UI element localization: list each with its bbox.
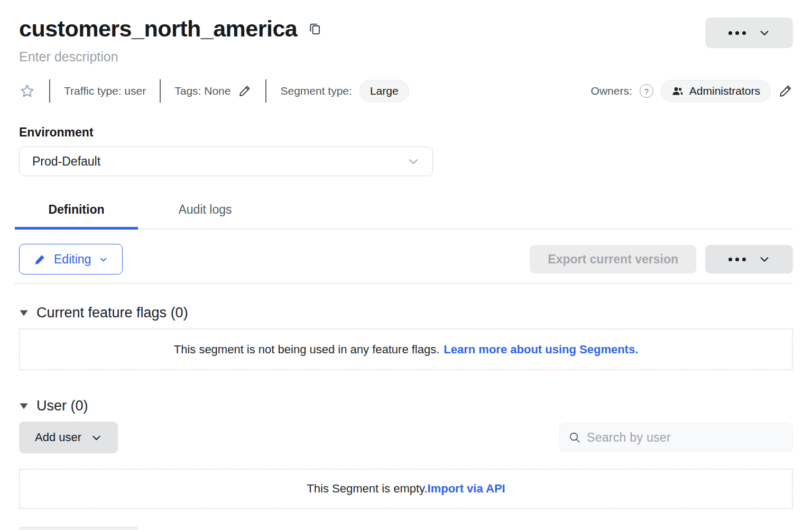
ellipsis-icon (728, 31, 746, 35)
search-by-user-input[interactable] (587, 431, 784, 445)
caret-down-icon (19, 309, 29, 317)
environment-select[interactable]: Prod-Default (19, 147, 433, 176)
edit-tags-pencil-icon[interactable] (238, 84, 252, 98)
user-empty-state: This Segment is empty. Import via API (19, 469, 793, 509)
chevron-down-icon (99, 255, 108, 264)
add-user-label: Add user (35, 431, 81, 444)
divider (15, 283, 793, 284)
caret-down-icon (19, 403, 29, 410)
ellipsis-icon (728, 258, 746, 261)
traffic-type-label: Traffic type: user (64, 85, 146, 97)
edit-owners-pencil-icon[interactable] (778, 84, 793, 98)
pencil-icon (34, 253, 46, 266)
metadata-bar: Traffic type: user Tags: None Segment ty… (19, 79, 793, 103)
feature-flags-section-toggle[interactable]: Current feature flags (0) (19, 305, 793, 321)
export-current-version-button[interactable]: Export current version (530, 245, 696, 273)
user-section-title: User (0) (36, 398, 88, 414)
tab-bar: Definition Audit logs (15, 198, 793, 230)
page-title: customers_north_america (19, 16, 297, 41)
definition-more-menu-button[interactable] (705, 245, 793, 273)
search-icon (568, 431, 581, 444)
page-more-menu-button[interactable] (705, 17, 793, 48)
search-by-user-box (559, 423, 793, 452)
tab-definition[interactable]: Definition (15, 198, 138, 229)
tags-label: Tags: None (174, 85, 230, 97)
segment-type-label: Segment type: (280, 85, 352, 97)
editing-mode-button[interactable]: Editing (19, 244, 123, 275)
owners-label: Owners: (591, 85, 632, 97)
import-via-api-link[interactable]: Import via API (428, 482, 505, 496)
segment-detail-page: customers_north_america Enter descriptio… (0, 0, 812, 530)
environment-label: Environment (19, 125, 793, 140)
people-icon (671, 85, 684, 97)
favorite-star-icon[interactable] (19, 83, 35, 99)
owners-badge: Administrators (661, 80, 771, 102)
divider (160, 79, 161, 103)
copy-name-icon[interactable] (308, 22, 322, 36)
feature-flags-empty-text: This segment is not being used in any fe… (174, 343, 440, 357)
tab-audit-logs[interactable]: Audit logs (138, 198, 272, 229)
definition-toolbar: Editing Export current version (19, 244, 793, 275)
chevron-down-icon (407, 155, 420, 168)
environment-selected-value: Prod-Default (32, 154, 407, 169)
chevron-down-icon (759, 27, 770, 39)
help-question-icon[interactable]: ? (640, 84, 653, 98)
feature-flags-section-title: Current feature flags (0) (36, 305, 188, 321)
owners-value: Administrators (689, 85, 760, 97)
user-empty-text: This Segment is empty. (307, 482, 427, 496)
cut-off-element-below-fold (19, 527, 138, 530)
feature-flags-empty-state: This segment is not being used in any fe… (19, 328, 793, 370)
divider (265, 79, 266, 103)
user-section-toggle[interactable]: User (0) (19, 398, 793, 414)
segment-type-badge: Large (359, 80, 409, 102)
learn-more-segments-link[interactable]: Learn more about using Segments. (444, 343, 638, 357)
add-user-button[interactable]: Add user (19, 422, 118, 453)
chevron-down-icon (759, 253, 770, 265)
editing-label: Editing (54, 252, 91, 267)
divider (49, 79, 50, 103)
chevron-down-icon (91, 432, 102, 443)
description-field[interactable]: Enter description (19, 49, 793, 65)
